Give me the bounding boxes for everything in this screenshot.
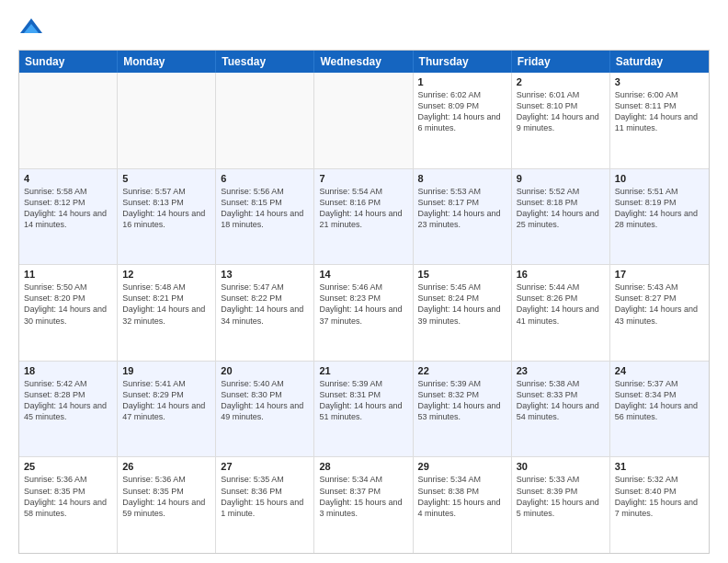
day-info: Sunrise: 6:00 AM Sunset: 8:11 PM Dayligh… [615, 89, 704, 134]
day-cell-1: 1Sunrise: 6:02 AM Sunset: 8:09 PM Daylig… [414, 73, 512, 168]
day-info: Sunrise: 5:36 AM Sunset: 8:35 PM Dayligh… [24, 474, 112, 519]
day-info: Sunrise: 5:54 AM Sunset: 8:16 PM Dayligh… [319, 186, 407, 231]
weekday-header-friday: Friday [512, 51, 610, 73]
day-cell-22: 22Sunrise: 5:39 AM Sunset: 8:32 PM Dayli… [414, 362, 512, 457]
day-info: Sunrise: 5:38 AM Sunset: 8:33 PM Dayligh… [517, 378, 605, 423]
day-info: Sunrise: 5:50 AM Sunset: 8:20 PM Dayligh… [24, 282, 112, 327]
day-number: 2 [517, 76, 605, 87]
day-info: Sunrise: 5:32 AM Sunset: 8:40 PM Dayligh… [615, 474, 704, 519]
day-info: Sunrise: 5:58 AM Sunset: 8:12 PM Dayligh… [24, 186, 112, 231]
day-info: Sunrise: 6:01 AM Sunset: 8:10 PM Dayligh… [517, 89, 605, 134]
day-number: 8 [418, 173, 506, 184]
day-cell-12: 12Sunrise: 5:48 AM Sunset: 8:21 PM Dayli… [118, 265, 216, 361]
day-cell-24: 24Sunrise: 5:37 AM Sunset: 8:34 PM Dayli… [610, 362, 709, 457]
day-cell-11: 11Sunrise: 5:50 AM Sunset: 8:20 PM Dayli… [19, 265, 118, 361]
day-number: 16 [517, 269, 605, 280]
day-info: Sunrise: 5:41 AM Sunset: 8:29 PM Dayligh… [122, 378, 210, 423]
calendar-row-2: 4Sunrise: 5:58 AM Sunset: 8:12 PM Daylig… [19, 168, 709, 265]
day-cell-28: 28Sunrise: 5:34 AM Sunset: 8:37 PM Dayli… [314, 457, 413, 553]
day-info: Sunrise: 5:43 AM Sunset: 8:27 PM Dayligh… [615, 282, 704, 327]
calendar-header: SundayMondayTuesdayWednesdayThursdayFrid… [19, 51, 709, 73]
day-info: Sunrise: 5:34 AM Sunset: 8:37 PM Dayligh… [319, 474, 407, 519]
day-cell-3: 3Sunrise: 6:00 AM Sunset: 8:11 PM Daylig… [610, 73, 709, 168]
day-info: Sunrise: 5:53 AM Sunset: 8:17 PM Dayligh… [418, 186, 506, 231]
weekday-header-thursday: Thursday [414, 51, 512, 73]
empty-cell [19, 73, 118, 168]
weekday-header-sunday: Sunday [19, 51, 118, 73]
day-info: Sunrise: 5:34 AM Sunset: 8:38 PM Dayligh… [418, 474, 506, 519]
day-info: Sunrise: 5:47 AM Sunset: 8:22 PM Dayligh… [221, 282, 309, 327]
header [18, 15, 710, 40]
day-info: Sunrise: 5:48 AM Sunset: 8:21 PM Dayligh… [122, 282, 210, 327]
day-cell-15: 15Sunrise: 5:45 AM Sunset: 8:24 PM Dayli… [414, 265, 512, 361]
calendar-body: 1Sunrise: 6:02 AM Sunset: 8:09 PM Daylig… [19, 73, 709, 553]
day-number: 21 [319, 365, 407, 376]
day-info: Sunrise: 5:39 AM Sunset: 8:32 PM Dayligh… [418, 378, 506, 423]
day-number: 14 [319, 269, 407, 280]
day-info: Sunrise: 5:42 AM Sunset: 8:28 PM Dayligh… [24, 378, 112, 423]
calendar-row-3: 11Sunrise: 5:50 AM Sunset: 8:20 PM Dayli… [19, 264, 709, 361]
day-number: 5 [122, 173, 210, 184]
day-number: 22 [418, 365, 506, 376]
day-cell-2: 2Sunrise: 6:01 AM Sunset: 8:10 PM Daylig… [512, 73, 610, 168]
day-number: 25 [24, 461, 112, 472]
day-number: 23 [517, 365, 605, 376]
day-cell-17: 17Sunrise: 5:43 AM Sunset: 8:27 PM Dayli… [610, 265, 709, 361]
empty-cell [314, 73, 413, 168]
day-cell-7: 7Sunrise: 5:54 AM Sunset: 8:16 PM Daylig… [314, 169, 413, 265]
day-number: 4 [24, 173, 112, 184]
day-number: 7 [319, 173, 407, 184]
day-cell-10: 10Sunrise: 5:51 AM Sunset: 8:19 PM Dayli… [610, 169, 709, 265]
empty-cell [118, 73, 216, 168]
day-info: Sunrise: 5:39 AM Sunset: 8:31 PM Dayligh… [319, 378, 407, 423]
day-number: 31 [615, 461, 704, 472]
day-info: Sunrise: 5:36 AM Sunset: 8:35 PM Dayligh… [122, 474, 210, 519]
day-info: Sunrise: 5:44 AM Sunset: 8:26 PM Dayligh… [517, 282, 605, 327]
day-number: 29 [418, 461, 506, 472]
day-number: 15 [418, 269, 506, 280]
day-cell-9: 9Sunrise: 5:52 AM Sunset: 8:18 PM Daylig… [512, 169, 610, 265]
day-number: 24 [615, 365, 704, 376]
day-number: 9 [517, 173, 605, 184]
day-info: Sunrise: 5:57 AM Sunset: 8:13 PM Dayligh… [122, 186, 210, 231]
day-number: 10 [615, 173, 704, 184]
day-cell-23: 23Sunrise: 5:38 AM Sunset: 8:33 PM Dayli… [512, 362, 610, 457]
day-number: 1 [418, 76, 506, 87]
day-info: Sunrise: 5:33 AM Sunset: 8:39 PM Dayligh… [517, 474, 605, 519]
day-info: Sunrise: 6:02 AM Sunset: 8:09 PM Dayligh… [418, 89, 506, 134]
day-cell-6: 6Sunrise: 5:56 AM Sunset: 8:15 PM Daylig… [216, 169, 314, 265]
day-cell-5: 5Sunrise: 5:57 AM Sunset: 8:13 PM Daylig… [118, 169, 216, 265]
day-cell-26: 26Sunrise: 5:36 AM Sunset: 8:35 PM Dayli… [118, 457, 216, 553]
day-number: 27 [221, 461, 309, 472]
day-info: Sunrise: 5:51 AM Sunset: 8:19 PM Dayligh… [615, 186, 704, 231]
day-number: 17 [615, 269, 704, 280]
day-number: 6 [221, 173, 309, 184]
day-cell-14: 14Sunrise: 5:46 AM Sunset: 8:23 PM Dayli… [314, 265, 413, 361]
calendar: SundayMondayTuesdayWednesdayThursdayFrid… [18, 50, 710, 554]
day-number: 18 [24, 365, 112, 376]
calendar-row-5: 25Sunrise: 5:36 AM Sunset: 8:35 PM Dayli… [19, 456, 709, 553]
day-cell-31: 31Sunrise: 5:32 AM Sunset: 8:40 PM Dayli… [610, 457, 709, 553]
day-number: 30 [517, 461, 605, 472]
page: SundayMondayTuesdayWednesdayThursdayFrid… [0, 0, 728, 563]
empty-cell [216, 73, 314, 168]
day-info: Sunrise: 5:46 AM Sunset: 8:23 PM Dayligh… [319, 282, 407, 327]
day-cell-20: 20Sunrise: 5:40 AM Sunset: 8:30 PM Dayli… [216, 362, 314, 457]
weekday-header-saturday: Saturday [610, 51, 709, 73]
day-cell-13: 13Sunrise: 5:47 AM Sunset: 8:22 PM Dayli… [216, 265, 314, 361]
day-number: 11 [24, 269, 112, 280]
day-number: 12 [122, 269, 210, 280]
day-cell-30: 30Sunrise: 5:33 AM Sunset: 8:39 PM Dayli… [512, 457, 610, 553]
calendar-row-1: 1Sunrise: 6:02 AM Sunset: 8:09 PM Daylig… [19, 73, 709, 168]
weekday-header-monday: Monday [118, 51, 216, 73]
day-cell-27: 27Sunrise: 5:35 AM Sunset: 8:36 PM Dayli… [216, 457, 314, 553]
day-cell-19: 19Sunrise: 5:41 AM Sunset: 8:29 PM Dayli… [118, 362, 216, 457]
day-info: Sunrise: 5:52 AM Sunset: 8:18 PM Dayligh… [517, 186, 605, 231]
day-number: 19 [122, 365, 210, 376]
day-number: 20 [221, 365, 309, 376]
weekday-header-tuesday: Tuesday [216, 51, 314, 73]
calendar-row-4: 18Sunrise: 5:42 AM Sunset: 8:28 PM Dayli… [19, 361, 709, 457]
day-cell-4: 4Sunrise: 5:58 AM Sunset: 8:12 PM Daylig… [19, 169, 118, 265]
day-info: Sunrise: 5:56 AM Sunset: 8:15 PM Dayligh… [221, 186, 309, 231]
day-cell-16: 16Sunrise: 5:44 AM Sunset: 8:26 PM Dayli… [512, 265, 610, 361]
